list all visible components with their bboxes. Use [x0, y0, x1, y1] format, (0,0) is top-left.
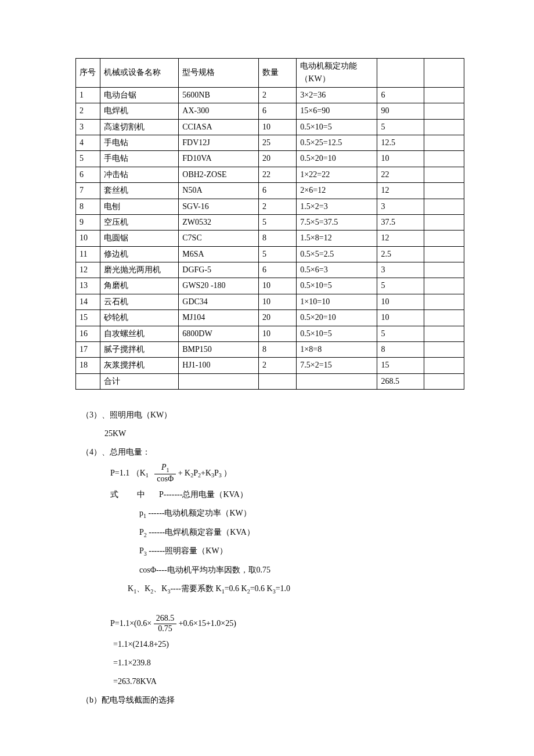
table-row: 10电圆锯C7SC81.5×8=1212 [76, 231, 464, 246]
table-cell: AX-300 [179, 103, 259, 119]
table-cell: 10 [377, 151, 424, 167]
section3-title: （3）、照明用电（KW） [81, 407, 464, 423]
table-cell: 8 [259, 231, 297, 246]
table-cell: 37.5 [377, 214, 424, 230]
header-power: 电动机额定功能（KW） [297, 59, 377, 88]
calc-line1-b: +0.6×15+1.0×25) [179, 619, 236, 628]
table-cell [424, 167, 464, 182]
table-row: 17腻子搅拌机BMP15081×8=88 [76, 342, 464, 358]
table-cell: 5 [377, 119, 424, 135]
table-cell: 1×10=10 [297, 294, 377, 309]
table-cell: 6 [259, 183, 297, 199]
table-cell: 10 [259, 278, 297, 294]
table-cell: 5600NB [179, 87, 259, 103]
p3-desc: ------照明容量（KW） [147, 546, 228, 555]
fraction-p1-cosphi: P1 cosΦ [154, 463, 176, 484]
calc-line3: =1.1×239.8 [81, 655, 464, 671]
table-cell: OBH2-ZOSE [179, 167, 259, 182]
table-row: 14云石机GDC34101×10=1010 [76, 294, 464, 309]
calc-line1-a: P=1.1×(0.6× [110, 619, 154, 628]
section-b: （b）配电导线截面的选择 [81, 692, 464, 708]
table-cell: 手电钻 [100, 135, 178, 150]
table-cell: 12 [76, 262, 100, 278]
table-cell: 6 [259, 262, 297, 278]
table-row: 11修边机M6SA50.5×5=2.52.5 [76, 246, 464, 262]
formula-prefix: P=1.1 （K [110, 469, 146, 477]
table-cell: 8 [259, 342, 297, 358]
table-cell [424, 151, 464, 167]
table-cell: MJ104 [179, 310, 259, 326]
table-row: 4手电钻FDV12J250.5×25=12.512.5 [76, 135, 464, 150]
header-total [377, 59, 424, 88]
table-row: 13角磨机GWS20 -180100.5×10=55 [76, 278, 464, 294]
table-cell: 0.5×20=10 [297, 310, 377, 326]
table-cell: 20 [259, 310, 297, 326]
k-desc-line: K1、K2、K3----需要系数 K1=0.6 K2=0.6 K3=1.0 [81, 581, 464, 597]
table-cell: 22 [259, 167, 297, 182]
p2-desc-line: P2 ------电焊机额定容量（KVA） [81, 524, 464, 541]
table-cell: 5 [76, 151, 100, 167]
table-cell: 10 [259, 326, 297, 341]
table-cell: 砂轮机 [100, 310, 178, 326]
table-cell: 5 [259, 214, 297, 230]
table-row: 8电刨SGV-1621.5×2=33 [76, 199, 464, 214]
table-cell: 10 [377, 310, 424, 326]
table-cell: 腻子搅拌机 [100, 342, 178, 358]
table-cell: 15 [76, 310, 100, 326]
table-cell [424, 278, 464, 294]
table-cell [424, 135, 464, 150]
table-cell: 25 [259, 135, 297, 150]
table-cell: 2 [76, 103, 100, 119]
table-cell [424, 183, 464, 199]
table-cell [424, 214, 464, 230]
table-cell: 冲击钻 [100, 167, 178, 182]
table-cell: 5 [377, 278, 424, 294]
p-desc: P-------总用电量（KVA） [159, 490, 248, 499]
k-sep2: 、K [153, 584, 167, 593]
table-cell: 电焊机 [100, 103, 178, 119]
table-cell: 12.5 [377, 135, 424, 150]
table-cell [424, 294, 464, 309]
table-row: 12磨光抛光两用机DGFG-560.5×6=33 [76, 262, 464, 278]
table-cell [424, 342, 464, 358]
table-cell: 4 [76, 135, 100, 150]
table-cell: 3 [76, 119, 100, 135]
table-cell [424, 358, 464, 373]
table-cell: 自攻螺丝机 [100, 326, 178, 341]
p2-desc: ------电焊机额定容量（KVA） [147, 528, 255, 537]
table-cell: CCIASA [179, 119, 259, 135]
table-cell [424, 87, 464, 103]
table-cell: 0.5×10=5 [297, 278, 377, 294]
table-cell: 10 [76, 231, 100, 246]
table-cell [424, 103, 464, 119]
table-cell: 灰浆搅拌机 [100, 358, 178, 373]
frac-den: cosΦ [154, 474, 176, 484]
table-cell [424, 262, 464, 278]
table-cell: 14 [76, 294, 100, 309]
formula-line: P=1.1 （K1 P1 cosΦ + K2P2+K3P3 ） [81, 463, 464, 484]
table-cell: 5 [377, 326, 424, 341]
frac-num: P [161, 463, 167, 471]
header-name: 机械或设备名称 [100, 59, 178, 88]
table-cell: 1.5×2=3 [297, 199, 377, 214]
table-cell [424, 119, 464, 135]
table-cell: 18 [76, 358, 100, 373]
table-cell: ZW0532 [179, 214, 259, 230]
calc-frac-den: 0.75 [154, 624, 177, 634]
table-cell: 0.5×10=5 [297, 326, 377, 341]
header-qty: 数量 [259, 59, 297, 88]
table-cell: 7.5×5=37.5 [297, 214, 377, 230]
table-cell: 2×6=12 [297, 183, 377, 199]
table-cell [424, 231, 464, 246]
table-cell: BMP150 [179, 342, 259, 358]
table-cell: 1 [76, 87, 100, 103]
table-row: 16自攻螺丝机6800DW100.5×10=55 [76, 326, 464, 341]
k3v: =1.0 [276, 584, 290, 593]
table-cell: 16 [76, 326, 100, 341]
calc-line1: P=1.1×(0.6× 268.5 0.75 +0.6×15+1.0×25) [81, 614, 464, 634]
table-row: 1电动台锯5600NB23×2=366 [76, 87, 464, 103]
table-cell: GWS20 -180 [179, 278, 259, 294]
table-cell: 1.5×8=12 [297, 231, 377, 246]
table-cell: 0.5×20=10 [297, 151, 377, 167]
table-cell: 9 [76, 214, 100, 230]
